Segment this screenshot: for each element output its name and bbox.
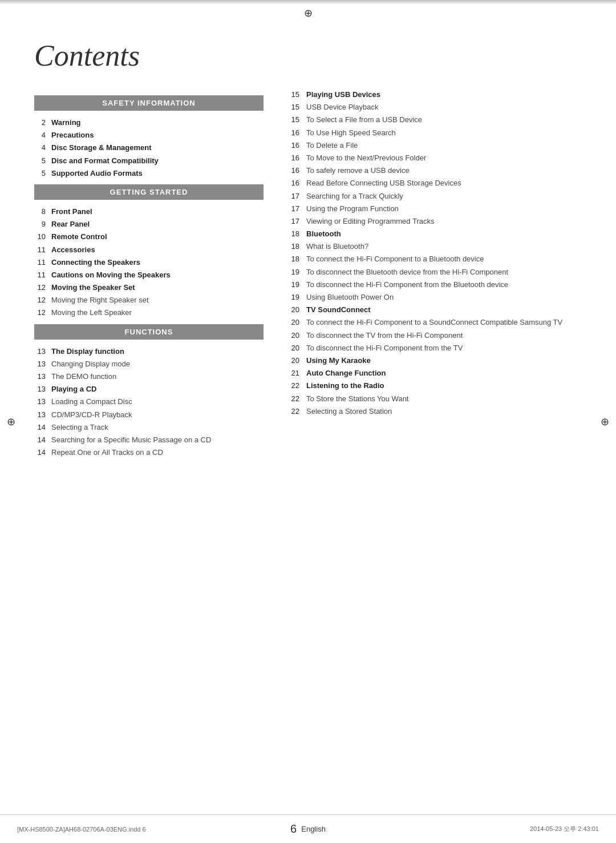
toc-entry-auto-change: 21 Auto Change Function [286,368,582,378]
toc-entry-cautions-moving: 11 Cautions on Moving the Speakers [34,270,264,280]
toc-entry-remote-control: 10 Remote Control [34,232,264,242]
col-right: 15 Playing USB Devices 15 USB Device Pla… [281,90,582,460]
toc-text: The DEMO function [51,372,264,382]
toc-num: 12 [34,295,51,305]
toc-entry-searching-music-passage: 14 Searching for a Specific Music Passag… [34,435,264,445]
toc-num: 13 [34,372,51,382]
toc-num: 20 [286,330,306,341]
toc-text: To Delete a File [306,140,582,151]
toc-entry-connecting-speakers: 11 Connecting the Speakers [34,257,264,268]
toc-text: Disc Storage & Management [51,143,264,153]
toc-text: The Display function [51,346,264,357]
toc-text: To connect the Hi-Fi Component to a Blue… [306,254,582,264]
toc-entry-playing-usb: 15 Playing USB Devices [286,90,582,100]
toc-text: To connect the Hi-Fi Component to a Soun… [306,317,582,328]
toc-text: Accessories [51,245,264,255]
toc-text: To disconnect the Hi-Fi Component from t… [306,280,582,290]
toc-text: To Select a File from a USB Device [306,115,582,125]
toc-text: Rear Panel [51,219,264,229]
toc-entry-viewing-programmed-tracks: 17 Viewing or Editing Programmed Tracks [286,216,582,227]
toc-text: To Use High Speed Search [306,128,582,138]
toc-text: Moving the Left Speaker [51,308,264,318]
col-left: SAFETY INFORMATION 2 Warning 4 Precautio… [34,90,281,460]
toc-num: 16 [286,140,306,151]
toc-num: 13 [34,346,51,357]
toc-text: Viewing or Editing Programmed Tracks [306,216,582,227]
toc-text: Front Panel [51,207,264,217]
toc-entry-select-stored-station: 22 Selecting a Stored Station [286,406,582,417]
toc-num: 16 [286,128,306,138]
toc-text: Disc and Format Compatibility [51,156,264,166]
toc-num: 17 [286,191,306,201]
toc-text: Using Bluetooth Power On [306,292,582,302]
toc-entry-moving-speaker-set: 12 Moving the Speaker Set [34,283,264,293]
toc-entry-store-stations: 22 To Store the Stations You Want [286,394,582,404]
toc-text: Moving the Speaker Set [51,283,264,293]
toc-entry-display-function: 13 The Display function [34,346,264,357]
toc-entry-disconnect-bluetooth-from-hifi: 19 To disconnect the Bluetooth device fr… [286,267,582,277]
top-bar [0,0,616,5]
toc-num: 22 [286,394,306,404]
toc-num: 20 [286,343,306,353]
toc-text: Warning [51,118,264,128]
toc-num: 19 [286,292,306,302]
toc-entry-moving-left-speaker: 12 Moving the Left Speaker [34,308,264,318]
reg-mark-left: ⊕ [7,416,15,428]
toc-text: CD/MP3/CD-R Playback [51,410,264,420]
toc-entry-repeat-tracks: 14 Repeat One or All Tracks on a CD [34,447,264,458]
toc-num: 13 [34,359,51,369]
toc-num: 15 [286,90,306,100]
toc-entry-bluetooth: 18 Bluetooth [286,229,582,239]
toc-entry-accessories: 11 Accessories [34,245,264,255]
toc-entry-disconnect-hifi-from-bluetooth: 19 To disconnect the Hi-Fi Component fro… [286,280,582,290]
toc-num: 14 [34,447,51,458]
toc-num: 14 [34,422,51,433]
toc-entry-changing-display: 13 Changing Display mode [34,359,264,369]
reg-mark-top: ⊕ [304,7,313,19]
toc-num: 4 [34,143,51,153]
toc-text: Cautions on Moving the Speakers [51,270,264,280]
toc-num: 11 [34,257,51,268]
toc-num: 15 [286,102,306,112]
toc-num: 12 [34,283,51,293]
toc-num: 21 [286,368,306,378]
toc-num: 2 [34,118,51,128]
toc-num: 18 [286,241,306,252]
toc-text: USB Device Playback [306,102,582,112]
toc-entry-selecting-track: 14 Selecting a Track [34,422,264,433]
toc-text: Playing USB Devices [306,90,582,100]
toc-num: 19 [286,280,306,290]
toc-num: 22 [286,406,306,417]
toc-text: What is Bluetooth? [306,241,582,252]
toc-entry-remove-usb: 16 To safely remove a USB device [286,166,582,176]
toc-text: Listening to the Radio [306,381,582,391]
toc-num: 18 [286,229,306,239]
footer: [MX-HS8500-ZA]AH68-02706A-03ENG.indd 6 6… [0,814,616,843]
toc-num: 15 [286,115,306,125]
toc-entry-searching-track-quickly: 17 Searching for a Track Quickly [286,191,582,201]
toc-text: To safely remove a USB device [306,166,582,176]
toc-text: Searching for a Specific Music Passage o… [51,435,264,445]
toc-num: 13 [34,410,51,420]
toc-entry-usb-playback: 15 USB Device Playback [286,102,582,112]
toc-text: TV SoundConnect [306,305,582,315]
section-header-getting-started: GETTING STARTED [34,184,264,200]
toc-num: 13 [34,397,51,407]
toc-text: Moving the Right Speaker set [51,295,264,305]
toc-num: 13 [34,384,51,394]
toc-entry-karaoke: 20 Using My Karaoke [286,356,582,366]
toc-num: 10 [34,232,51,242]
footer-right-text: 2014-05-23 오루 2:43:01 [530,825,599,833]
toc-text: Searching for a Track Quickly [306,191,582,201]
toc-num: 8 [34,207,51,217]
toc-text: Playing a CD [51,384,264,394]
toc-entry-rear-panel: 9 Rear Panel [34,219,264,229]
toc-text: Bluetooth [306,229,582,239]
toc-entry-disc-format: 5 Disc and Format Compatibility [34,156,264,166]
toc-text: Changing Display mode [51,359,264,369]
footer-left-text: [MX-HS8500-ZA]AH68-02706A-03ENG.indd 6 [17,826,146,833]
page-number: 6 [290,822,297,836]
toc-num: 11 [34,270,51,280]
toc-entry-playing-cd: 13 Playing a CD [34,384,264,394]
toc-num: 16 [286,153,306,163]
